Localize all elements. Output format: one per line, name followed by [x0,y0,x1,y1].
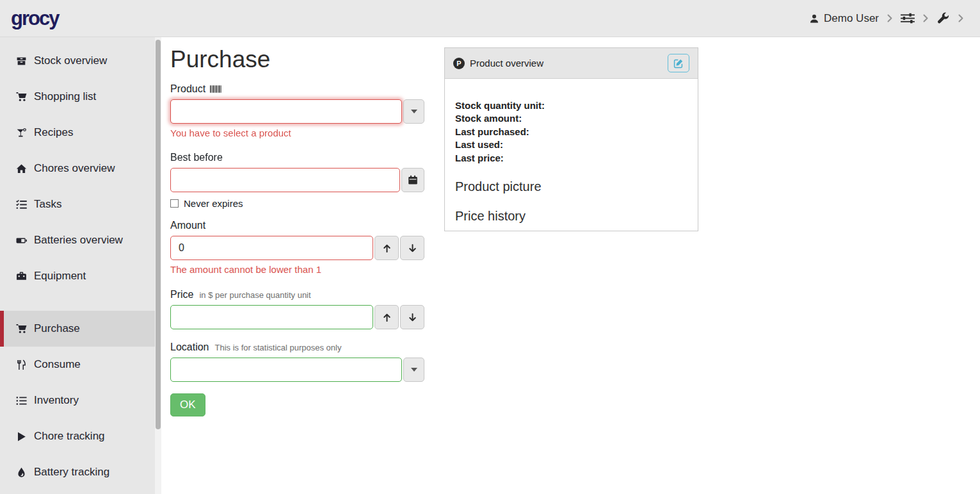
product-error: You have to select a product [170,128,424,138]
amount-increment-button[interactable] [374,236,399,260]
sidebar: Stock overview Shopping list Recipes Cho… [0,37,161,494]
sidebar-item-equipment[interactable]: Equipment [0,258,161,294]
sidebar-item-label: Battery tracking [34,466,109,479]
price-input[interactable] [170,305,373,329]
price-label: Price [170,289,193,301]
calendar-button[interactable] [401,168,424,192]
product-label: Product [170,83,205,95]
product-label-row: Product [170,83,424,95]
price-hint: in $ per purchase quantity unit [199,290,310,300]
sidebar-item-recipes[interactable]: Recipes [0,115,161,151]
location-group: Location This is for statistical purpose… [170,342,424,382]
location-dropdown-button[interactable] [403,358,424,382]
price-decrement-button[interactable] [400,305,424,329]
sidebar-item-battery-tracking[interactable]: Battery tracking [0,454,161,490]
chevron-right-icon [923,14,928,22]
sidebar-scrollbar-track[interactable] [155,37,161,494]
best-before-label: Best before [170,152,223,163]
sidebar-item-inventory[interactable]: Inventory [0,383,161,418]
user-name: Demo User [824,12,879,25]
amount-input[interactable] [170,236,373,260]
product-overview-title: Product overview [470,58,543,69]
sidebar-item-chore-tracking[interactable]: Chore tracking [0,418,161,454]
best-before-input[interactable] [170,168,400,192]
sidebar-item-consume[interactable]: Consume [0,347,161,383]
sidebar-item-tasks[interactable]: Tasks [0,186,161,222]
grocy-logo[interactable]: grocy [11,7,58,30]
never-expires-label: Never expires [184,198,243,209]
sidebar-item-stock-overview[interactable]: Stock overview [0,43,161,79]
sidebar-scrollbar-thumb[interactable] [156,40,161,429]
stock-amount-label: Stock amount: [455,112,689,125]
purchase-form: Purchase Product You have to select a pr… [170,45,424,416]
sidebar-item-label: Chore tracking [34,430,105,443]
amount-group: Amount The amount cannot be lower than 1 [170,220,424,275]
home-icon [16,163,27,174]
sidebar-item-label: Purchase [34,322,80,335]
top-header: grocy Demo User [0,0,980,37]
user-icon [809,13,819,24]
calendar-icon [408,175,418,185]
shopping-cart-icon [16,324,27,334]
amount-label: Amount [170,220,205,231]
sidebar-item-label: Stock overview [34,54,107,67]
product-overview-body: Stock quantity unit: Stock amount: Last … [445,79,698,233]
settings-sliders-icon[interactable] [901,13,915,24]
last-purchased-label: Last purchased: [455,126,689,138]
chevron-right-icon [887,14,892,22]
price-history-heading: Price history [455,209,689,224]
sidebar-item-label: Chores overview [34,162,115,175]
sidebar-item-label: Shopping list [34,90,96,103]
caret-down-icon [411,368,417,372]
cocktail-glass-icon [16,128,27,138]
product-circle-icon: P [453,58,465,69]
sidebar-item-label: Batteries overview [34,234,123,247]
sidebar-item-purchase[interactable]: Purchase [0,311,161,347]
list-icon [16,395,27,406]
sidebar-item-label: Equipment [34,270,86,283]
sidebar-item-shopping-list[interactable]: Shopping list [0,79,161,115]
last-price-label: Last price: [455,152,689,165]
flame-drop-icon [16,467,27,478]
product-group: Product You have to select a product [170,83,424,138]
arrow-down-icon [408,313,417,322]
shopping-cart-icon [16,92,27,103]
battery-icon [16,235,27,246]
price-group: Price in $ per purchase quantity unit [170,289,424,329]
location-label: Location [170,342,209,353]
edit-product-button[interactable] [668,54,689,72]
sidebar-item-label: Inventory [34,394,79,407]
location-input[interactable] [170,358,402,382]
never-expires-checkbox[interactable] [170,199,179,208]
last-used-label: Last used: [455,138,689,151]
utensils-icon [16,359,27,370]
sidebar-item-batteries-overview[interactable]: Batteries overview [0,222,161,258]
arrow-down-icon [408,243,417,253]
amount-error: The amount cannot be lower than 1 [170,264,424,275]
chevron-right-icon [958,14,963,22]
best-before-group: Best before Never expires [170,152,424,209]
sidebar-item-label: Tasks [34,198,61,211]
product-picture-heading: Product picture [455,179,689,194]
price-increment-button[interactable] [374,305,399,329]
amount-decrement-button[interactable] [400,236,424,260]
sidebar-item-chores-overview[interactable]: Chores overview [0,151,161,186]
location-hint: This is for statistical purposes only [215,343,342,352]
user-menu[interactable]: Demo User [809,12,879,25]
ok-button[interactable]: OK [170,393,205,416]
header-right-nav: Demo User [809,12,963,25]
edit-pencil-icon [673,58,684,69]
product-dropdown-button[interactable] [403,99,424,124]
play-icon [16,431,27,442]
admin-wrench-icon[interactable] [936,12,950,24]
barcode-icon [210,85,222,93]
tasks-list-icon [16,199,27,210]
stock-quantity-unit-label: Stock quantity unit: [455,99,689,112]
arrow-up-icon [382,243,392,253]
sidebar-item-label: Consume [34,358,81,371]
caret-down-icon [411,110,417,113]
product-overview-card: P Product overview Stock quantity unit: … [444,47,698,231]
product-input[interactable] [170,99,402,124]
product-overview-header: P Product overview [445,48,698,79]
sidebar-item-label: Recipes [34,126,73,139]
